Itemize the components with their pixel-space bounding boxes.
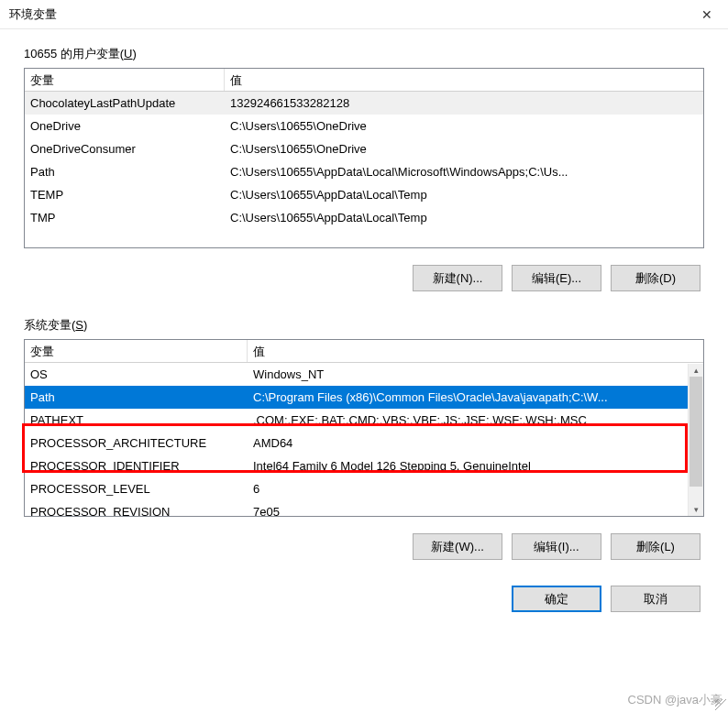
sys-vars-header-row: 变量 值 <box>25 340 703 363</box>
dialog-footer: 确定 取消 <box>0 560 728 612</box>
cell-var: PATHEXT <box>25 409 248 432</box>
table-row[interactable]: TMP C:\Users\10655\AppData\Local\Temp <box>25 206 703 229</box>
table-row[interactable]: PROCESSOR_IDENTIFIER Intel64 Family 6 Mo… <box>25 455 703 477</box>
cell-var: PROCESSOR_ARCHITECTURE <box>25 432 248 455</box>
cell-val: 7e05 <box>248 500 703 517</box>
user-vars-header-var[interactable]: 变量 <box>25 69 225 91</box>
ok-button[interactable]: 确定 <box>512 586 601 612</box>
cell-val: C:\Program Files (x86)\Common Files\Orac… <box>248 386 703 409</box>
cell-var: PROCESSOR_IDENTIFIER <box>25 455 248 477</box>
window-title: 环境变量 <box>9 6 57 23</box>
cell-var: Path <box>25 160 225 183</box>
table-row[interactable]: OS Windows_NT <box>25 363 703 386</box>
user-vars-label: 10655 的用户变量(U) <box>24 46 704 62</box>
close-button[interactable]: ✕ <box>686 0 728 29</box>
close-icon: ✕ <box>701 7 712 22</box>
table-row[interactable]: PROCESSOR_ARCHITECTURE AMD64 <box>25 432 703 455</box>
user-vars-table[interactable]: 变量 值 ChocolateyLastPathUpdate 1329246615… <box>24 68 704 248</box>
sys-vars-header-val[interactable]: 值 <box>248 340 703 362</box>
cell-var: PROCESSOR_LEVEL <box>25 477 248 500</box>
sys-new-button[interactable]: 新建(W)... <box>413 533 502 560</box>
scroll-down-icon[interactable]: ▾ <box>689 503 703 516</box>
table-row[interactable]: OneDrive C:\Users\10655\OneDrive <box>25 115 703 137</box>
cell-val: AMD64 <box>248 432 703 455</box>
table-row[interactable]: OneDriveConsumer C:\Users\10655\OneDrive <box>25 137 703 160</box>
resize-grip-icon[interactable] <box>715 699 726 710</box>
cell-val: 132924661533282128 <box>225 92 703 115</box>
sys-vars-buttons: 新建(W)... 编辑(I)... 删除(L) <box>24 517 704 560</box>
cell-val: C:\Users\10655\AppData\Local\Microsoft\W… <box>225 160 703 183</box>
table-row[interactable]: ChocolateyLastPathUpdate 132924661533282… <box>25 92 703 115</box>
cell-var: PROCESSOR_REVISION <box>25 500 248 517</box>
sys-vars-label-post: ) <box>83 318 87 332</box>
table-row[interactable]: PATHEXT .COM;.EXE;.BAT;.CMD;.VBS;.VBE;.J… <box>25 409 703 432</box>
cell-val: .COM;.EXE;.BAT;.CMD;.VBS;.VBE;.JS;.JSE;.… <box>248 409 703 432</box>
sys-vars-header-var[interactable]: 变量 <box>25 340 248 362</box>
user-vars-header-val[interactable]: 值 <box>225 69 703 91</box>
cell-val: Intel64 Family 6 Model 126 Stepping 5, G… <box>248 455 703 477</box>
cell-var: OneDriveConsumer <box>25 137 225 160</box>
content: 10655 的用户变量(U) 变量 值 ChocolateyLastPathUp… <box>0 29 728 560</box>
cell-val: C:\Users\10655\AppData\Local\Temp <box>225 206 703 229</box>
sys-delete-button[interactable]: 删除(L) <box>611 533 700 560</box>
cell-var: ChocolateyLastPathUpdate <box>25 92 225 115</box>
user-vars-header-row: 变量 值 <box>25 69 703 92</box>
sys-vars-label-key: S <box>75 318 83 332</box>
cell-val: C:\Users\10655\AppData\Local\Temp <box>225 183 703 206</box>
table-row[interactable]: Path C:\Program Files (x86)\Common Files… <box>25 386 703 409</box>
user-edit-button[interactable]: 编辑(E)... <box>512 265 601 291</box>
table-row[interactable]: PROCESSOR_REVISION 7e05 <box>25 500 703 517</box>
user-vars-label-pre: 10655 的用户变量( <box>24 47 124 60</box>
user-new-button[interactable]: 新建(N)... <box>413 265 502 291</box>
cell-val: C:\Users\10655\OneDrive <box>225 137 703 160</box>
sys-vars-label-pre: 系统变量( <box>24 318 75 332</box>
sys-vars-table[interactable]: 变量 值 OS Windows_NT Path C:\Program Files… <box>24 339 704 517</box>
table-row[interactable]: Path C:\Users\10655\AppData\Local\Micros… <box>25 160 703 183</box>
cell-var: OneDrive <box>25 115 225 137</box>
sys-edit-button[interactable]: 编辑(I)... <box>512 533 601 560</box>
sys-vars-label: 系统变量(S) <box>24 317 704 334</box>
titlebar: 环境变量 ✕ <box>0 0 728 29</box>
user-delete-button[interactable]: 删除(D) <box>611 265 700 291</box>
watermark: CSDN @java小豪 <box>628 692 723 708</box>
cell-var: TEMP <box>25 183 225 206</box>
user-vars-buttons: 新建(N)... 编辑(E)... 删除(D) <box>24 248 704 291</box>
cell-var: Path <box>25 386 248 409</box>
sys-vars-scrollbar[interactable]: ▴ ▾ <box>688 364 703 516</box>
cell-val: Windows_NT <box>248 363 703 386</box>
scrollbar-thumb[interactable] <box>689 377 702 487</box>
cancel-button[interactable]: 取消 <box>611 586 700 612</box>
table-row[interactable]: TEMP C:\Users\10655\AppData\Local\Temp <box>25 183 703 206</box>
cell-val: 6 <box>248 477 703 500</box>
table-row[interactable]: PROCESSOR_LEVEL 6 <box>25 477 703 500</box>
cell-var: TMP <box>25 206 225 229</box>
scroll-up-icon[interactable]: ▴ <box>689 364 703 377</box>
cell-var: OS <box>25 363 248 386</box>
user-vars-label-post: ) <box>132 47 136 60</box>
cell-val: C:\Users\10655\OneDrive <box>225 115 703 137</box>
